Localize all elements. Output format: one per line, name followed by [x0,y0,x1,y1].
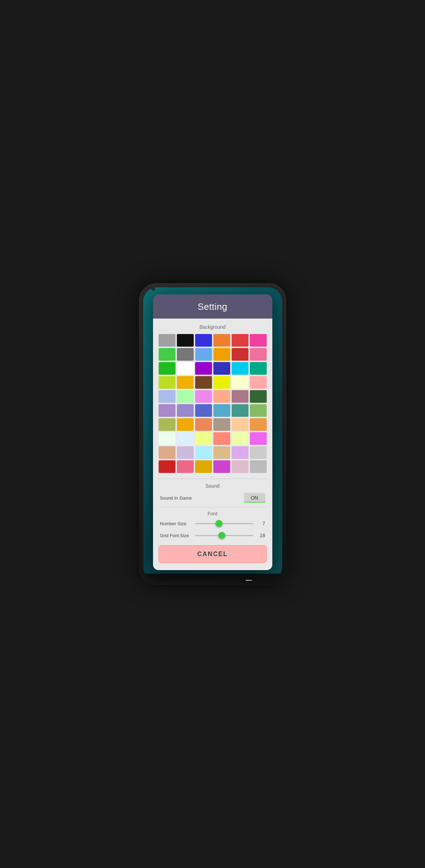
sound-in-game-row: Sound In Game ON [159,493,267,503]
color-swatch-39[interactable] [213,418,230,431]
grid-font-size-value: 18 [257,533,265,538]
number-size-label: Number Size [160,521,192,526]
color-swatch-45[interactable] [213,432,230,445]
color-swatch-43[interactable] [177,432,194,445]
color-swatch-4[interactable] [232,334,248,347]
color-swatch-41[interactable] [250,418,267,431]
dialog-title: Setting [159,301,267,312]
color-swatch-42[interactable] [159,432,175,445]
status-bar [143,287,282,291]
color-swatch-51[interactable] [213,446,230,459]
color-swatch-13[interactable] [177,362,194,375]
color-swatch-46[interactable] [232,432,248,445]
font-section-label: Font [159,507,267,516]
color-swatch-1[interactable] [177,334,194,347]
color-swatch-3[interactable] [213,334,230,347]
color-swatch-7[interactable] [177,348,194,361]
color-swatch-49[interactable] [177,446,194,459]
color-swatch-21[interactable] [213,376,230,389]
color-swatch-59[interactable] [250,460,267,473]
color-swatch-28[interactable] [232,390,248,403]
color-grid [159,334,267,473]
color-swatch-56[interactable] [195,460,212,473]
color-swatch-26[interactable] [195,390,212,403]
number-size-slider[interactable] [195,520,253,527]
color-swatch-0[interactable] [159,334,175,347]
sound-section-label: Sound [159,479,267,489]
color-swatch-55[interactable] [177,460,194,473]
color-swatch-36[interactable] [159,418,175,431]
settings-dialog: Setting Background Sound Sound In Game O… [153,294,272,570]
number-size-thumb[interactable] [215,520,223,527]
color-swatch-44[interactable] [195,432,212,445]
color-swatch-17[interactable] [250,362,267,375]
color-swatch-11[interactable] [250,348,267,361]
color-swatch-50[interactable] [195,446,212,459]
color-swatch-31[interactable] [177,404,194,417]
nav-bar [143,574,282,581]
camera-dot [152,287,155,291]
color-swatch-15[interactable] [213,362,230,375]
color-swatch-27[interactable] [213,390,230,403]
grid-font-size-slider[interactable] [195,532,253,539]
color-swatch-40[interactable] [232,418,248,431]
color-swatch-19[interactable] [177,376,194,389]
phone-screen: Setting Background Sound Sound In Game O… [143,287,282,581]
dialog-header: Setting [153,294,272,319]
color-swatch-2[interactable] [195,334,212,347]
color-swatch-57[interactable] [213,460,230,473]
color-swatch-8[interactable] [195,348,212,361]
grid-font-size-track [195,535,253,536]
screen-content: Setting Background Sound Sound In Game O… [143,291,282,574]
color-swatch-12[interactable] [159,362,175,375]
color-swatch-37[interactable] [177,418,194,431]
number-size-value: 7 [257,521,265,526]
color-swatch-58[interactable] [232,460,248,473]
color-swatch-23[interactable] [250,376,267,389]
nav-recent-button[interactable] [245,579,252,581]
color-swatch-25[interactable] [177,390,194,403]
color-swatch-34[interactable] [232,404,248,417]
color-swatch-18[interactable] [159,376,175,389]
sound-toggle-button[interactable]: ON [244,493,265,503]
nav-home-button[interactable] [208,579,214,581]
background-section-label: Background [159,324,267,330]
sound-in-game-label: Sound In Game [160,495,192,501]
nav-back-button[interactable] [173,579,177,581]
watermark: © Resep Asli Indonesia [143,552,282,556]
color-swatch-14[interactable] [195,362,212,375]
color-swatch-10[interactable] [232,348,248,361]
color-swatch-33[interactable] [213,404,230,417]
dialog-body: Background Sound Sound In Game ON Font N… [153,319,272,570]
color-swatch-16[interactable] [232,362,248,375]
color-swatch-47[interactable] [250,432,267,445]
color-swatch-30[interactable] [159,404,175,417]
grid-font-size-thumb[interactable] [218,532,225,539]
color-swatch-24[interactable] [159,390,175,403]
color-swatch-22[interactable] [232,376,248,389]
color-swatch-9[interactable] [213,348,230,361]
number-size-row: Number Size 7 [159,520,267,527]
color-swatch-6[interactable] [159,348,175,361]
color-swatch-54[interactable] [159,460,175,473]
grid-font-size-label: Grid Font Size [160,533,192,538]
color-swatch-35[interactable] [250,404,267,417]
color-swatch-53[interactable] [250,446,267,459]
grid-font-size-row: Grid Font Size 18 [159,532,267,539]
color-swatch-48[interactable] [159,446,175,459]
color-swatch-32[interactable] [195,404,212,417]
color-swatch-29[interactable] [250,390,267,403]
number-size-track [195,523,253,524]
color-swatch-5[interactable] [250,334,267,347]
phone-frame: Setting Background Sound Sound In Game O… [139,283,286,585]
color-swatch-20[interactable] [195,376,212,389]
color-swatch-38[interactable] [195,418,212,431]
color-swatch-52[interactable] [232,446,248,459]
